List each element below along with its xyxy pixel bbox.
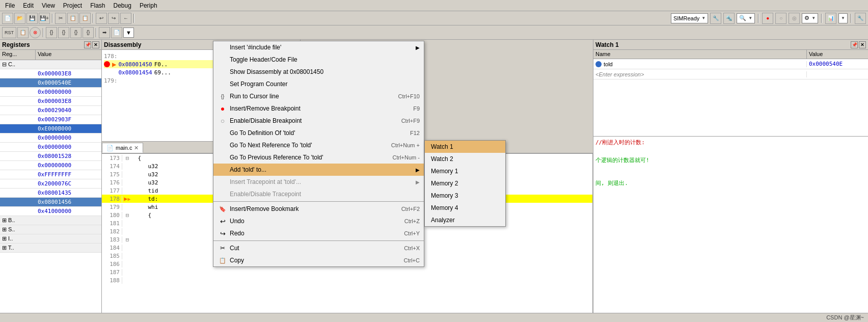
linenum-184: 184 [102,245,122,251]
menu-debug[interactable]: Debug [111,1,134,10]
fold-173[interactable]: ⊟ [126,155,129,162]
undo-btn[interactable]: ↩ [96,13,107,24]
reg-row-10[interactable]: 0x08001528 [0,152,101,161]
registers-pin-btn[interactable]: 📌 [84,41,91,48]
settings-btn[interactable]: 🔧 [855,13,866,24]
target-btn1[interactable]: 🔧 [710,13,721,24]
paste-btn[interactable]: 📋 [79,13,91,24]
output-content: //刚进入时的计数: 个逻辑的计数器就可! 间, 则退出. [595,139,866,187]
watch1-close-btn[interactable]: ✕ [859,41,866,48]
tab-close-btn[interactable]: ✕ [134,145,139,151]
ctx-item-toggle-header[interactable]: Toggle Header/Code File [213,53,424,66]
ctx-item-enable-bp[interactable]: ○ Enable/Disable Breakpoint Ctrl+F9 [213,115,424,127]
reg-row-14[interactable]: 0x08001435 [0,189,101,198]
reg-value-1: 0x000003E8 [36,70,101,77]
stop-btn[interactable]: ● [762,13,773,24]
submenu-watch2[interactable]: Watch 2 [425,153,505,165]
rst-btn[interactable]: RST [2,27,16,38]
submenu-memory3[interactable]: Memory 3 [425,190,505,202]
registers-close-btn[interactable]: ✕ [92,41,99,48]
copy-btn[interactable]: 📋 [67,13,78,24]
reg-group-b[interactable]: ⊞ B.. [0,216,101,225]
reg-group-t[interactable]: ⊞ T.. [0,244,101,253]
redo-btn[interactable]: ↪ [108,13,119,24]
reg-row-11[interactable]: 0x00000000 [0,161,101,170]
submenu-memory4[interactable]: Memory 4 [425,202,505,214]
back-btn[interactable]: ← [120,13,131,24]
reset-btn[interactable]: ◎ [789,13,800,24]
submenu-analyzer[interactable]: Analyzer [425,214,505,226]
save-all-btn[interactable]: 💾+ [39,13,50,24]
registers-scroll[interactable]: ⊟ C.. 0x000003E8 0x0000540E 0x00000000 0… [0,60,101,321]
reg-row-6[interactable]: 0x0002903F [0,115,101,124]
ctx-item-run-to-cursor[interactable]: {} Run to Cursor line Ctrl+F10 [213,90,424,102]
reg-row-15[interactable]: 0x08001456 [0,198,101,207]
reg-row-13[interactable]: 0x2000076C [0,179,101,189]
menu-edit[interactable]: Edit [20,1,37,10]
menu-view[interactable]: View [39,1,58,10]
config-dropdown[interactable]: ⚙ ▼ [802,13,818,23]
ctx-item-go-def[interactable]: Go To Definition Of 'told' F12 [213,127,424,139]
menu-file[interactable]: File [2,1,18,10]
reg-row-8[interactable]: 0x00000000 [0,133,101,143]
target-btn2[interactable]: 🔩 [723,13,735,24]
reg-row-2[interactable]: 0x0000540E [0,78,101,88]
dbg-dropdown[interactable]: ▼ [123,28,134,38]
view-dropdown[interactable]: ▼ [838,13,848,23]
reg-group-i[interactable]: ⊞ I.. [0,234,101,244]
step-out-btn[interactable]: {} [70,27,82,38]
ctx-item-show-disasm[interactable]: Show Disassembly at 0x08001450 [213,66,424,78]
ctx-item-set-pc[interactable]: Set Program Counter [213,78,424,90]
ctx-item-cut[interactable]: ✂ Cut Ctrl+X [213,242,424,254]
tab-main-c[interactable]: 📄 main.c ✕ [102,143,143,153]
run-to-btn[interactable]: ➡ [99,27,110,38]
ctx-item-go-prev-ref[interactable]: Go To Previous Reference To 'told' Ctrl+… [213,151,424,164]
debug-stop-btn[interactable]: ⊗ [30,27,41,38]
output-panel[interactable]: //刚进入时的计数: 个逻辑的计数器就可! 间, 则退出. [593,137,868,322]
fold-183[interactable]: ⊟ [126,236,129,243]
reg-row-5[interactable]: 0x00029040 [0,106,101,115]
step-over-btn[interactable]: {} [58,27,69,38]
submenu-memory2[interactable]: Memory 2 [425,177,505,190]
fold-180[interactable]: ⊟ [126,212,129,219]
ctx-item-insert-include[interactable]: Insert '#include file' ▶ [213,41,424,53]
menu-flash[interactable]: Flash [87,1,108,10]
reg-row-16[interactable]: 0x41000000 [0,207,101,216]
breakpoint-indicator-1[interactable] [104,61,110,67]
reg-row-4[interactable]: 0x000003E8 [0,97,101,106]
dbg-btn2[interactable]: 📄 [111,27,122,38]
step-btn4[interactable]: {} [83,27,94,38]
ctx-item-undo[interactable]: ↩ Undo Ctrl+Z [213,215,424,227]
debug-btn1[interactable]: 📋 [17,27,29,38]
run-btn[interactable]: ○ [775,13,786,24]
reg-row-9[interactable]: 0x00000000 [0,143,101,152]
new-btn[interactable]: 📄 [2,13,13,24]
cut-btn[interactable]: ✂ [55,13,66,24]
watch1-pin-btn[interactable]: 📌 [851,41,858,48]
ctx-item-copy[interactable]: 📋 Copy Ctrl+C [213,254,424,266]
ctx-item-breakpoint[interactable]: ● Insert/Remove Breakpoint F9 [213,102,424,115]
reg-row-7[interactable]: 0xE000B000 [0,124,101,133]
ctx-item-redo[interactable]: ↪ Redo Ctrl+Y [213,227,424,239]
step-into-btn[interactable]: {} [46,27,57,38]
submenu-watch1[interactable]: Watch 1 [425,141,505,153]
target-dropdown[interactable]: SIMReady ▼ [671,13,708,23]
reg-group-s[interactable]: ⊞ S.. [0,225,101,234]
ctx-item-go-next-ref[interactable]: Go To Next Reference To 'told' Ctrl+Num … [213,139,424,151]
reg-row-12[interactable]: 0xFFFFFFFF [0,170,101,179]
open-btn[interactable]: 📂 [14,13,25,24]
reg-row-1[interactable]: 0x000003E8 [0,69,101,78]
menu-project[interactable]: Project [60,1,85,10]
save-btn[interactable]: 💾 [26,13,38,24]
menu-periph[interactable]: Periph [137,1,160,10]
reg-group-c[interactable]: ⊟ C.. [0,60,101,69]
ctx-item-add-to[interactable]: Add 'told' to... ▶ [213,164,424,176]
watch1-row-enter[interactable]: <Enter expression> [593,69,868,79]
view-btn[interactable]: 📊 [825,13,836,24]
ctx-item-bookmark[interactable]: 🔖 Insert/Remove Bookmark Ctrl+F2 [213,203,424,215]
reg-row-3[interactable]: 0x00000000 [0,88,101,97]
search-dropdown[interactable]: 🔍 ▼ [737,13,755,23]
watch1-row-told[interactable]: told 0x0000540E [593,59,868,69]
reg-value-5: 0x00029040 [36,107,101,114]
submenu-memory1[interactable]: Memory 1 [425,165,505,177]
